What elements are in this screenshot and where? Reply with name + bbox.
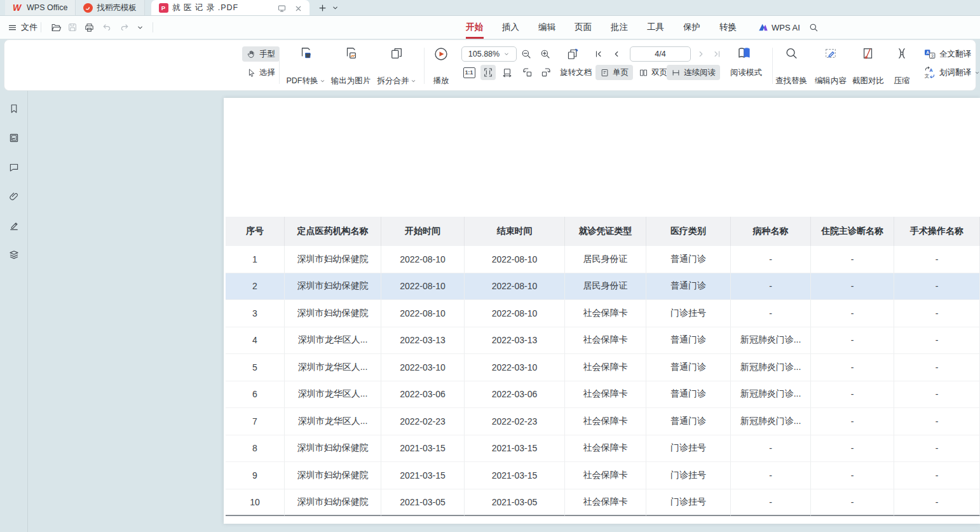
export-as-image-button[interactable]: 输出为图片 <box>327 45 374 88</box>
split-merge-label: 拆分合并 <box>378 76 409 86</box>
table-cell: 门诊挂号 <box>646 435 731 463</box>
open-file-button[interactable] <box>48 20 64 34</box>
ribbon-toolbar: 手型 选择 W PDF转换 输出为图片 拆分合并 播放 105.88% <box>4 39 976 91</box>
document-canvas[interactable]: 序号定点医药机构名称开始时间结束时间就诊凭证类型医疗类别病种名称住院主诊断名称手… <box>29 91 980 532</box>
pdf-convert-icon: W <box>299 46 313 60</box>
zoom-level-input[interactable]: 105.88% <box>461 46 517 62</box>
table-cell: - <box>811 246 894 273</box>
zoom-level-value: 105.88% <box>468 50 500 58</box>
table-cell: 门诊挂号 <box>646 300 731 327</box>
word-translate-button[interactable]: A文 划词翻译 <box>923 66 980 79</box>
header-cell: 就诊凭证类型 <box>565 217 646 246</box>
split-merge-button[interactable]: 拆分合并 <box>373 45 420 88</box>
menu-tab-comment[interactable]: 批注 <box>611 16 628 39</box>
table-cell: 社会保障卡 <box>565 381 646 409</box>
table-cell: 2022-08-10 <box>465 300 565 327</box>
split-merge-icon <box>390 46 404 60</box>
table-cell: 2022-08-10 <box>381 300 465 327</box>
fit-page-button[interactable] <box>480 65 496 80</box>
rotate-left-button[interactable] <box>520 65 535 80</box>
table-cell: 4 <box>226 327 285 355</box>
one-to-one-icon: 1:1 <box>463 67 475 78</box>
pdf-page[interactable]: 序号定点医药机构名称开始时间结束时间就诊凭证类型医疗类别病种名称住院主诊断名称手… <box>224 98 980 524</box>
signature-panel-icon[interactable] <box>6 218 22 233</box>
menu-tab-protect[interactable]: 保护 <box>683 16 700 39</box>
play-slideshow-button[interactable]: 播放 <box>426 45 456 88</box>
compress-button[interactable]: 压缩 <box>884 45 920 88</box>
fit-width-button[interactable] <box>500 65 515 80</box>
table-cell: 8 <box>226 435 285 463</box>
table-cell: - <box>894 381 980 409</box>
rotate-document-label: 旋转文档 <box>560 67 592 78</box>
chevron-down-icon <box>974 70 980 76</box>
zoom-in-button[interactable] <box>538 46 553 62</box>
bookmark-panel-icon[interactable] <box>6 101 22 116</box>
table-cell: 2022-08-10 <box>381 273 465 301</box>
table-cell: 新冠肺炎门诊... <box>731 354 811 381</box>
rotate-right-button[interactable] <box>538 65 554 80</box>
table-cell: - <box>894 327 980 355</box>
table-cell: 2021-03-05 <box>381 489 465 517</box>
double-page-label: 双页 <box>651 67 667 78</box>
pdf-convert-label: PDF转换 <box>287 76 318 86</box>
last-page-button[interactable] <box>709 46 725 62</box>
wps-ai-button[interactable]: WPS AI <box>758 20 800 34</box>
tab-wps-office[interactable]: W WPS Office <box>5 0 76 15</box>
header-cell: 定点医药机构名称 <box>285 217 381 246</box>
save-button[interactable] <box>65 20 80 34</box>
table-cell: 2022-08-10 <box>381 246 465 273</box>
print-button[interactable] <box>81 20 97 34</box>
actual-size-button[interactable]: 1:1 <box>461 65 477 80</box>
read-mode-icon[interactable] <box>735 45 753 60</box>
tab-document-pdf[interactable]: P 就 医 记 录 .PDF <box>151 0 310 15</box>
table-cell: 2022-03-06 <box>381 381 465 409</box>
table-cell: 深圳市龙华区人... <box>285 408 381 435</box>
tab-list-chevron-icon[interactable] <box>329 1 341 14</box>
menu-tab-insert[interactable]: 插入 <box>502 16 519 39</box>
table-cell: 普通门诊 <box>646 246 731 273</box>
thumbnail-panel-icon[interactable] <box>6 130 22 146</box>
menu-tab-convert[interactable]: 转换 <box>719 16 737 39</box>
enter-workspace-monitor-icon[interactable] <box>275 2 288 15</box>
layers-panel-icon[interactable] <box>6 247 22 263</box>
table-cell: 社会保障卡 <box>565 435 646 463</box>
organize-pages-button[interactable] <box>565 46 580 62</box>
single-page-view-button[interactable]: 单页 <box>595 65 633 80</box>
attachment-panel-icon[interactable] <box>6 189 22 204</box>
table-cell: - <box>731 435 811 463</box>
previous-page-button[interactable] <box>609 46 624 62</box>
table-cell: 深圳市妇幼保健院 <box>285 273 381 301</box>
first-page-button[interactable] <box>591 46 606 62</box>
screenshot-compare-icon <box>861 46 875 60</box>
page-indicator-value: 4/4 <box>655 50 665 58</box>
select-tool-button[interactable]: 选择 <box>242 65 280 80</box>
tab-docer-templates[interactable]: 找稻壳模板 <box>76 0 145 15</box>
rotate-document-button[interactable]: 旋转文档 <box>560 65 592 80</box>
edit-content-label: 编辑内容 <box>815 76 847 86</box>
undo-button[interactable] <box>99 20 114 34</box>
hand-tool-button[interactable]: 手型 <box>242 46 280 62</box>
menubar-search-icon[interactable] <box>806 20 821 34</box>
header-cell: 住院主诊断名称 <box>811 217 894 246</box>
zoom-out-button[interactable] <box>519 46 534 62</box>
next-page-button[interactable] <box>693 46 709 62</box>
export-image-icon <box>344 46 358 60</box>
close-tab-icon[interactable] <box>292 2 304 15</box>
table-cell: - <box>811 354 894 381</box>
menu-tab-tools[interactable]: 工具 <box>647 16 664 39</box>
page-number-input[interactable]: 4/4 <box>630 46 691 62</box>
file-menu-button[interactable]: 文件 <box>8 20 37 34</box>
redo-button[interactable] <box>117 20 132 34</box>
continuous-reading-button[interactable]: 连续阅读 <box>667 65 720 80</box>
compress-label: 压缩 <box>894 76 910 86</box>
menu-tab-home[interactable]: 开始 <box>466 16 483 39</box>
pdf-convert-button[interactable]: W PDF转换 <box>283 45 328 88</box>
new-tab-icon[interactable] <box>316 1 329 14</box>
menu-tab-edit[interactable]: 编辑 <box>538 16 555 39</box>
read-mode-button[interactable]: 阅读模式 <box>728 65 765 80</box>
toolbar-more-chevron-icon[interactable] <box>132 20 147 34</box>
header-cell: 病种名称 <box>731 217 811 246</box>
full-text-translate-button[interactable]: A文 全文翻译 <box>923 48 971 60</box>
menu-tab-page[interactable]: 页面 <box>575 16 592 39</box>
comment-panel-icon[interactable] <box>6 160 22 175</box>
